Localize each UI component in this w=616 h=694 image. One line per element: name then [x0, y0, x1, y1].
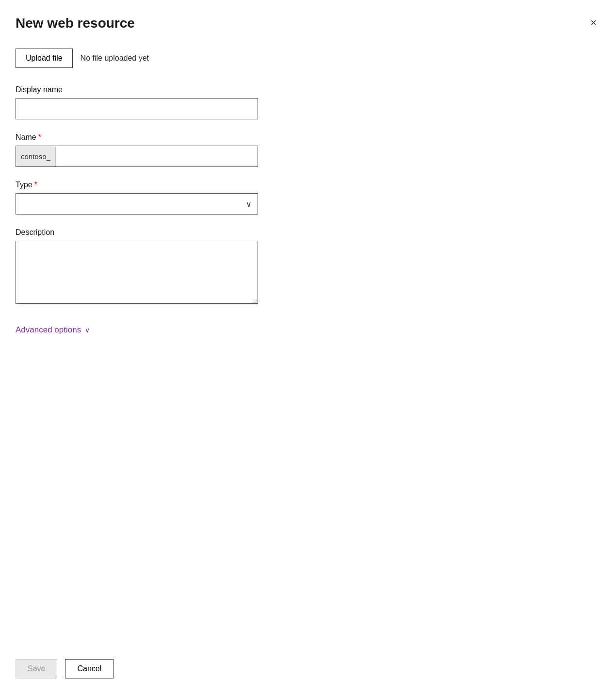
- close-button[interactable]: ×: [586, 16, 600, 30]
- description-label: Description: [16, 228, 600, 237]
- type-select-wrapper: HTML (Web Page) CSS (Style Sheet) Script…: [16, 193, 258, 215]
- description-field-group: Description: [16, 228, 600, 306]
- display-name-field-group: Display name: [16, 85, 600, 119]
- type-required-star: *: [34, 181, 37, 189]
- dialog-body: Upload file No file uploaded yet Display…: [16, 49, 600, 640]
- advanced-options-button[interactable]: Advanced options ∨: [16, 323, 600, 337]
- advanced-options-chevron-down-icon: ∨: [85, 326, 90, 334]
- dialog-footer: Save Cancel: [16, 640, 600, 678]
- name-input-wrapper: contoso_: [16, 146, 258, 167]
- description-input[interactable]: [16, 241, 258, 304]
- name-required-star: *: [38, 133, 41, 142]
- dialog-header: New web resource ×: [16, 16, 600, 31]
- name-field-group: Name * contoso_: [16, 133, 600, 167]
- type-label: Type *: [16, 181, 600, 189]
- upload-file-button[interactable]: Upload file: [16, 49, 73, 68]
- type-field-group: Type * HTML (Web Page) CSS (Style Sheet)…: [16, 181, 600, 215]
- cancel-button[interactable]: Cancel: [65, 659, 113, 678]
- type-select[interactable]: HTML (Web Page) CSS (Style Sheet) Script…: [16, 194, 258, 214]
- display-name-input[interactable]: [16, 98, 258, 119]
- display-name-label: Display name: [16, 85, 600, 94]
- spacer: [16, 337, 600, 640]
- dialog-title: New web resource: [16, 16, 135, 31]
- name-prefix: contoso_: [16, 146, 56, 166]
- no-file-text: No file uploaded yet: [81, 54, 149, 63]
- advanced-options-label: Advanced options: [16, 325, 81, 335]
- name-input[interactable]: [56, 146, 258, 166]
- new-web-resource-dialog: New web resource × Upload file No file u…: [0, 0, 616, 694]
- save-button[interactable]: Save: [16, 659, 57, 678]
- name-label: Name *: [16, 133, 600, 142]
- upload-row: Upload file No file uploaded yet: [16, 49, 600, 68]
